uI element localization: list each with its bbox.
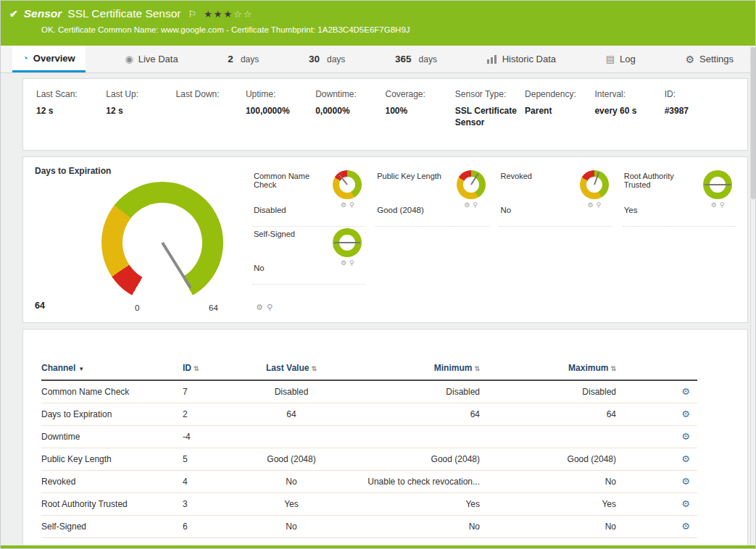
gauge-icon: ◔ (22, 54, 28, 63)
gauges-panel: Days to Expiration 64 0 64 ⚙ ⚲ Common Na… (22, 156, 748, 323)
sort-icon: ⇅ (311, 365, 317, 372)
channel-settings-icon[interactable]: ⚙ (622, 380, 697, 403)
gauge-needle-icon (161, 242, 192, 289)
channel-maximum: 64 (486, 403, 622, 425)
gear-icon[interactable]: ⚙ (464, 201, 470, 209)
pin-icon[interactable]: ⚲ (349, 259, 354, 267)
column-header-channel[interactable]: Channel▼ (41, 359, 183, 380)
info-value: 100% (385, 105, 447, 117)
star-filled-icon[interactable]: ★ (204, 9, 214, 20)
info-value: Parent (525, 105, 587, 117)
small-gauge-title: Revoked (501, 172, 532, 180)
channel-last-value: Yes (252, 493, 331, 515)
tab-log[interactable]: ▤ Log (596, 46, 646, 72)
channel-name[interactable]: Root Authority Trusted (41, 493, 183, 515)
tab-2-days[interactable]: 2 days (217, 46, 269, 72)
gauge-arc (333, 228, 362, 257)
info-label: Downtime: (315, 89, 378, 99)
gauge-toolbar: ⚙ ⚲ (464, 201, 478, 209)
channel-maximum: Yes (486, 493, 622, 515)
bar-chart-icon (487, 55, 497, 64)
gear-icon[interactable]: ⚙ (341, 259, 346, 267)
channel-settings-icon[interactable]: ⚙ (622, 493, 697, 515)
channel-name[interactable]: Self-Signed (41, 515, 183, 537)
page-body: Last Scan: 12 s Last Up: 12 s Last Down:… (1, 73, 755, 547)
tab-30-days[interactable]: 30 days (299, 46, 355, 72)
gauge-toolbar: ⚙ ⚲ (587, 201, 601, 209)
tab-365-days[interactable]: 365 days (385, 46, 447, 72)
info-value: #3987 (665, 105, 727, 117)
sensor-header: ✔ Sensor SSL Certificate Sensor ⚐ ★★★☆☆ … (1, 1, 755, 46)
small-gauge-text: Public Key Length Good (2048) (377, 170, 441, 222)
channel-name[interactable]: Public Key Length (41, 448, 183, 470)
pin-icon[interactable]: ⚲ (720, 201, 725, 209)
star-empty-icon[interactable]: ☆ (233, 9, 244, 20)
channel-settings-icon[interactable]: ⚙ (622, 403, 697, 425)
info-label: Interval: (594, 89, 657, 99)
channels-panel: Channel▼ ID⇅ Last Value⇅ Minimum⇅ Maximu (22, 329, 748, 547)
channel-settings-icon[interactable]: ⚙ (622, 470, 697, 493)
channel-name[interactable]: Days to Expiration (41, 403, 183, 425)
gear-icon[interactable]: ⚙ (711, 201, 717, 209)
star-filled-icon[interactable]: ★ (214, 9, 224, 20)
gear-icon[interactable]: ⚙ (341, 201, 346, 209)
tab-label: Log (620, 54, 636, 64)
tab-days-number: 365 (395, 54, 412, 64)
gauge-arc (101, 182, 223, 303)
gauge-toolbar: ⚙ ⚲ (256, 303, 273, 312)
flag-icon[interactable]: ⚐ (188, 9, 197, 20)
channel-minimum: Disabled (331, 380, 486, 403)
small-gauge-common-name-check: Common Name Check Disabled ⚙ ⚲ (252, 169, 365, 227)
info-label: Sensor Type: (455, 89, 518, 99)
tab-historic-data[interactable]: Historic Data (477, 46, 566, 72)
info-downtime: Downtime: 0,0000% (315, 89, 385, 140)
priority-stars[interactable]: ★★★☆☆ (204, 9, 253, 20)
channel-minimum (331, 425, 486, 448)
tab-bar: ◔ Overview ◉ Live Data 2 days 30 days 36… (1, 46, 755, 73)
scrollbar[interactable] (750, 46, 755, 545)
tab-settings[interactable]: ⚙ Settings (675, 46, 744, 72)
tab-days-number: 2 (228, 54, 233, 64)
gear-icon[interactable]: ⚙ (587, 201, 593, 209)
small-gauge-widget: ⚙ ⚲ (701, 170, 734, 222)
gear-icon[interactable]: ⚙ (256, 303, 263, 312)
channel-settings-icon[interactable]: ⚙ (622, 425, 697, 448)
column-header-id[interactable]: ID⇅ (183, 359, 252, 380)
column-header-last-value[interactable]: Last Value⇅ (252, 359, 331, 380)
channel-name[interactable]: Common Name Check (41, 380, 183, 403)
gauge-toolbar: ⚙ ⚲ (341, 259, 354, 267)
status-ok-icon: ✔ (9, 8, 18, 20)
channel-settings-icon[interactable]: ⚙ (622, 448, 697, 470)
small-gauge-widget: ⚙ ⚲ (578, 170, 611, 222)
sort-desc-icon: ▼ (78, 366, 84, 372)
channel-last-value: No (252, 470, 331, 493)
small-gauge-text: Revoked No (501, 170, 532, 222)
pin-icon[interactable]: ⚲ (596, 201, 601, 209)
tab-overview[interactable]: ◔ Overview (12, 46, 86, 72)
sort-icon: ⇅ (610, 365, 616, 372)
small-gauge-widget: ⚙ ⚲ (331, 170, 364, 222)
scrollbar-thumb[interactable] (751, 47, 755, 199)
star-filled-icon[interactable]: ★ (223, 9, 233, 20)
small-gauge-value: No (501, 206, 532, 214)
star-empty-icon[interactable]: ☆ (244, 9, 254, 20)
channel-settings-icon[interactable]: ⚙ (622, 515, 697, 537)
pin-icon[interactable]: ⚲ (267, 303, 273, 312)
pin-icon[interactable]: ⚲ (349, 201, 354, 209)
channel-name[interactable]: Downtime (41, 425, 183, 448)
small-gauge-value: Yes (624, 206, 701, 214)
gauge-arc (703, 170, 732, 199)
info-label: Dependency: (525, 89, 587, 99)
channel-minimum: Yes (331, 493, 486, 515)
info-last-up: Last Up: 12 s (106, 89, 175, 140)
tab-days-number: 30 (309, 54, 320, 64)
channel-id: 2 (183, 403, 252, 425)
pin-icon[interactable]: ⚲ (473, 201, 478, 209)
column-header-maximum[interactable]: Maximum⇅ (486, 359, 622, 380)
gauge-needle-icon (338, 174, 348, 185)
tab-live-data[interactable]: ◉ Live Data (115, 46, 188, 72)
column-header-minimum[interactable]: Minimum⇅ (331, 359, 486, 380)
small-gauge-widget: ⚙ ⚲ (454, 170, 488, 222)
small-gauge-self-signed: Self-Signed No ⚙ ⚲ (252, 227, 365, 285)
channel-name[interactable]: Revoked (41, 470, 183, 493)
